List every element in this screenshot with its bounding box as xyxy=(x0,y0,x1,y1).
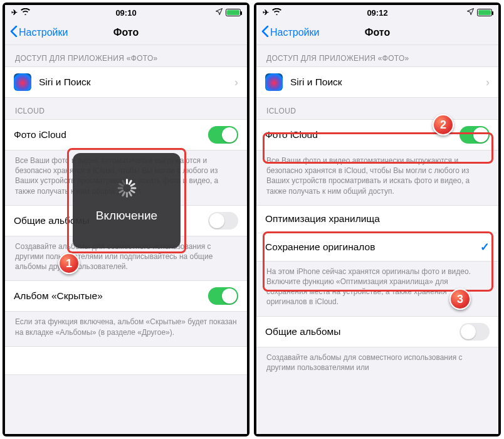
location-icon xyxy=(216,8,223,17)
hidden-footer: Если эта функция включена, альбом «Скрыт… xyxy=(5,312,247,337)
airplane-icon: ✈︎ xyxy=(11,8,18,17)
hidden-album-label: Альбом «Скрытые» xyxy=(14,290,103,302)
optimize-label: Оптимизация хранилища xyxy=(265,213,380,225)
spinner-icon xyxy=(117,179,136,198)
chevron-right-icon: › xyxy=(234,76,238,89)
chevron-right-icon: › xyxy=(486,76,490,89)
wifi-icon xyxy=(21,8,30,17)
back-label: Настройки xyxy=(270,27,319,38)
siri-label: Siri и Поиск xyxy=(39,77,91,88)
nav-header: Настройки Фото xyxy=(256,20,498,45)
hud-label: Включение xyxy=(96,209,157,223)
back-label: Настройки xyxy=(19,27,68,38)
icloud-photo-toggle[interactable] xyxy=(208,126,238,144)
row-keep-originals[interactable]: Сохранение оригиналов ✓ xyxy=(256,233,498,261)
chevron-left-icon xyxy=(261,26,269,40)
badge-3: 3 xyxy=(449,288,471,310)
screenshot-left: ✈︎ 09:10 Настройки Фото xyxy=(3,3,249,436)
icloud-photo-toggle[interactable] xyxy=(459,126,490,144)
status-bar: ✈︎ 09:12 xyxy=(256,5,498,20)
row-optimize-storage[interactable]: Оптимизация хранилища xyxy=(256,206,498,233)
section-icloud: ICLOUD xyxy=(5,98,247,119)
section-icloud: ICLOUD xyxy=(256,98,498,119)
siri-label: Siri и Поиск xyxy=(290,77,342,88)
status-time: 09:12 xyxy=(256,8,498,18)
loading-hud: Включение xyxy=(73,153,181,248)
row-cut-bottom[interactable] xyxy=(5,347,247,374)
row-hidden-album[interactable]: Альбом «Скрытые» xyxy=(5,281,247,311)
shared-footer: Создавайте альбомы для совместного испол… xyxy=(256,347,498,373)
siri-icon xyxy=(265,73,283,91)
battery-icon xyxy=(477,9,492,16)
status-bar: ✈︎ 09:10 xyxy=(5,5,247,20)
section-app-access: ДОСТУП ДЛЯ ПРИЛОЖЕНИЯ «ФОТО» xyxy=(256,45,498,66)
row-shared-albums[interactable]: Общие альбомы xyxy=(256,317,498,347)
back-button[interactable]: Настройки xyxy=(10,26,68,40)
location-icon xyxy=(467,8,474,17)
nav-header: Настройки Фото xyxy=(5,20,247,45)
back-button[interactable]: Настройки xyxy=(261,26,319,40)
badge-1: 1 xyxy=(58,253,80,274)
row-siri-search[interactable]: Siri и Поиск › xyxy=(256,67,498,97)
section-app-access: ДОСТУП ДЛЯ ПРИЛОЖЕНИЯ «ФОТО» xyxy=(5,45,247,66)
icloud-photo-label: Фото iCloud xyxy=(265,129,318,140)
battery-icon xyxy=(226,9,241,16)
shared-albums-label: Общие альбомы xyxy=(265,326,340,337)
icloud-photo-label: Фото iCloud xyxy=(14,129,66,140)
row-icloud-photo[interactable]: Фото iCloud xyxy=(5,120,247,150)
hidden-album-toggle[interactable] xyxy=(208,287,238,305)
icloud-footer: Все Ваши фото и видео автоматически выгр… xyxy=(256,151,498,196)
wifi-icon xyxy=(272,8,281,17)
keep-originals-label: Сохранение оригиналов xyxy=(265,241,375,253)
screenshot-right: ✈︎ 09:12 Настройки Фото xyxy=(254,3,501,436)
shared-albums-toggle[interactable] xyxy=(459,323,490,341)
checkmark-icon: ✓ xyxy=(480,240,490,254)
shared-albums-toggle[interactable] xyxy=(208,212,238,230)
chevron-left-icon xyxy=(10,26,18,40)
status-time: 09:10 xyxy=(5,8,247,18)
row-siri-search[interactable]: Siri и Поиск › xyxy=(5,67,247,97)
siri-icon xyxy=(14,73,31,91)
badge-2: 2 xyxy=(433,114,454,135)
airplane-icon: ✈︎ xyxy=(263,8,269,17)
row-icloud-photo[interactable]: Фото iCloud xyxy=(256,120,498,150)
